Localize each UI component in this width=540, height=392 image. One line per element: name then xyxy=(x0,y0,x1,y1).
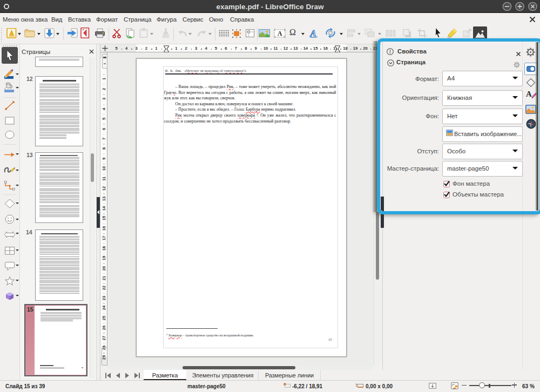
svg-text:A: A xyxy=(310,29,316,38)
svg-text:A: A xyxy=(278,30,282,37)
